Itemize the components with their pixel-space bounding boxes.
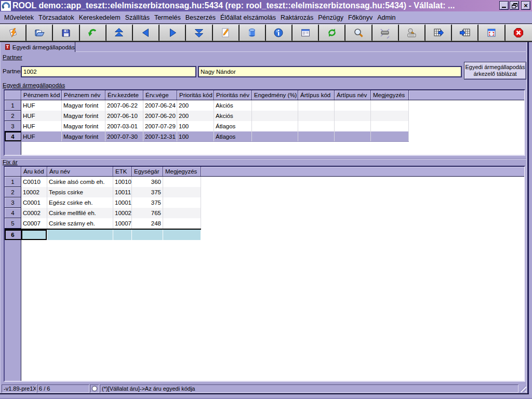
table-cell[interactable]: 10002 <box>113 208 132 218</box>
table-cell[interactable]: Csirke szárny eh. <box>47 218 113 229</box>
row-number-cell[interactable]: 4 <box>5 131 21 141</box>
table-cell[interactable] <box>113 230 132 240</box>
table-cell[interactable]: 10002 <box>21 187 47 197</box>
table-cell[interactable]: C0007 <box>21 218 47 229</box>
stop-button[interactable] <box>506 24 532 41</box>
table-cell[interactable]: 10011 <box>113 187 132 197</box>
table-cell[interactable]: Csirke alsó comb eh. <box>47 177 113 187</box>
table-cell[interactable] <box>298 121 335 131</box>
row-number-cell[interactable]: 1 <box>5 177 21 187</box>
empty-active-row[interactable]: 6 <box>5 229 201 240</box>
table-cell[interactable]: 10007 <box>113 218 132 229</box>
table-cell[interactable] <box>163 208 201 218</box>
column-header-6[interactable]: Prioritás név <box>214 90 252 100</box>
table-cell[interactable]: 10001 <box>113 197 132 208</box>
table-cell[interactable]: 200 <box>177 100 214 111</box>
table-cell[interactable]: Átlagos <box>214 121 252 131</box>
column-header-7[interactable]: Engedmény (%) <box>252 90 298 100</box>
menu-item-8[interactable]: Raktározás <box>278 12 315 23</box>
search-button[interactable] <box>345 24 372 41</box>
menu-item-5[interactable]: Termelés <box>152 12 183 23</box>
table-cell[interactable] <box>252 131 298 141</box>
table-cell[interactable] <box>163 197 201 208</box>
table-row[interactable]: 4HUFMagyar forint2007-07-302007-12-31100… <box>5 131 409 142</box>
table-cell[interactable]: C0002 <box>21 208 47 218</box>
table-cell[interactable]: HUF <box>21 111 62 121</box>
table-export-button[interactable] <box>425 24 452 41</box>
column-header-5[interactable]: Megjegyzés <box>163 167 201 176</box>
table-cell[interactable]: 2007-06-22 <box>105 100 143 111</box>
table-cell[interactable]: Átlagos <box>214 131 252 141</box>
row-number-cell[interactable]: 1 <box>5 100 21 111</box>
refresh-button[interactable] <box>319 24 345 41</box>
row-number-cell[interactable]: 3 <box>5 197 21 208</box>
table-cell[interactable]: Csirke mellfilé eh. <box>47 208 113 218</box>
column-header-4[interactable]: Egységár <box>132 167 163 176</box>
table-cell[interactable] <box>252 121 298 131</box>
fullscreen-button[interactable] <box>478 24 505 41</box>
minimize-button[interactable] <box>499 1 509 10</box>
open-folder-button[interactable] <box>26 24 53 41</box>
table-cell[interactable]: 375 <box>132 197 163 208</box>
table-row[interactable]: 5C0007Csirke szárny eh.10007248 <box>5 218 201 229</box>
table-cell[interactable] <box>371 121 409 131</box>
table-cell[interactable] <box>371 131 409 141</box>
table-cell[interactable] <box>163 218 201 229</box>
column-header-5[interactable]: Prioritás kód <box>177 90 214 100</box>
tab-egyedi-armegallapodas[interactable]: T Egyedi ármegállapodás <box>1 42 75 52</box>
form-window-button[interactable] <box>292 24 319 41</box>
previous-record-button[interactable] <box>133 24 159 41</box>
menu-item-7[interactable]: Élőállat elszámolás <box>218 12 278 23</box>
menu-item-11[interactable]: Admin <box>375 12 397 23</box>
table-cell[interactable] <box>335 131 371 141</box>
table-cell[interactable] <box>47 230 113 240</box>
row-number-cell[interactable]: 3 <box>5 121 21 131</box>
table-row[interactable]: 1HUFMagyar forint2007-06-222007-06-24200… <box>5 100 409 111</box>
menu-item-3[interactable]: Kereskedelem <box>76 12 123 23</box>
table-cell[interactable]: Egész csirke eh. <box>47 197 113 208</box>
table-cell[interactable]: 100 <box>177 131 214 141</box>
fixed-price-grid[interactable]: Áru kódÁru névETKEgységárMegjegyzés1C001… <box>4 166 525 382</box>
table-cell[interactable] <box>298 131 335 141</box>
table-cell[interactable] <box>163 187 201 197</box>
table-cell[interactable]: Akciós <box>214 100 252 111</box>
row-number-cell[interactable]: 6 <box>5 230 21 240</box>
table-cell[interactable]: 2007-07-30 <box>105 131 143 141</box>
column-header-9[interactable]: Ártípus név <box>335 90 371 100</box>
row-number-cell[interactable]: 5 <box>5 218 21 229</box>
column-header-2[interactable]: Áru név <box>47 167 113 176</box>
column-header-2[interactable]: Pénznem név <box>62 90 105 100</box>
first-record-button[interactable] <box>107 24 133 41</box>
table-cell[interactable] <box>163 177 201 187</box>
print-bar-button[interactable] <box>373 24 399 41</box>
table-cell[interactable]: Magyar forint <box>62 121 105 131</box>
info-button[interactable] <box>266 24 292 41</box>
keyboard-button[interactable] <box>399 24 425 41</box>
table-row[interactable]: 1C0010Csirke alsó comb eh.10010360 <box>5 177 201 187</box>
table-cell[interactable]: 2007-06-20 <box>143 111 177 121</box>
table-cell[interactable] <box>163 230 201 240</box>
table-cell[interactable]: Magyar forint <box>62 131 105 141</box>
table-cell[interactable]: 375 <box>132 187 163 197</box>
table-cell[interactable] <box>298 100 335 111</box>
column-header-4[interactable]: Érv.vége <box>143 90 177 100</box>
table-cell[interactable]: HUF <box>21 131 62 141</box>
table-cell[interactable] <box>298 111 335 121</box>
menu-item-2[interactable]: Törzsadatok <box>36 12 76 23</box>
table-cell[interactable]: 100 <box>177 121 214 131</box>
table-row[interactable]: 4C0002Csirke mellfilé eh.10002765 <box>5 208 201 218</box>
table-cell[interactable] <box>335 111 371 121</box>
table-cell[interactable]: 248 <box>132 218 163 229</box>
column-header-10[interactable]: Megjegyzés <box>371 90 409 100</box>
menu-item-10[interactable]: Főkönyv <box>345 12 375 23</box>
table-cell[interactable]: 2007-07-29 <box>143 121 177 131</box>
table-cell[interactable]: 2007-12-31 <box>143 131 177 141</box>
table-cell[interactable]: Magyar forint <box>62 111 105 121</box>
partner-name-input[interactable] <box>198 66 462 77</box>
save-button[interactable] <box>53 24 79 41</box>
column-header-3[interactable]: ETK <box>113 167 132 176</box>
table-cell[interactable]: C0001 <box>21 197 47 208</box>
menu-item-1[interactable]: Műveletek <box>2 12 36 23</box>
menu-item-6[interactable]: Beszerzés <box>183 12 218 23</box>
menu-item-9[interactable]: Pénzügy <box>315 12 345 23</box>
